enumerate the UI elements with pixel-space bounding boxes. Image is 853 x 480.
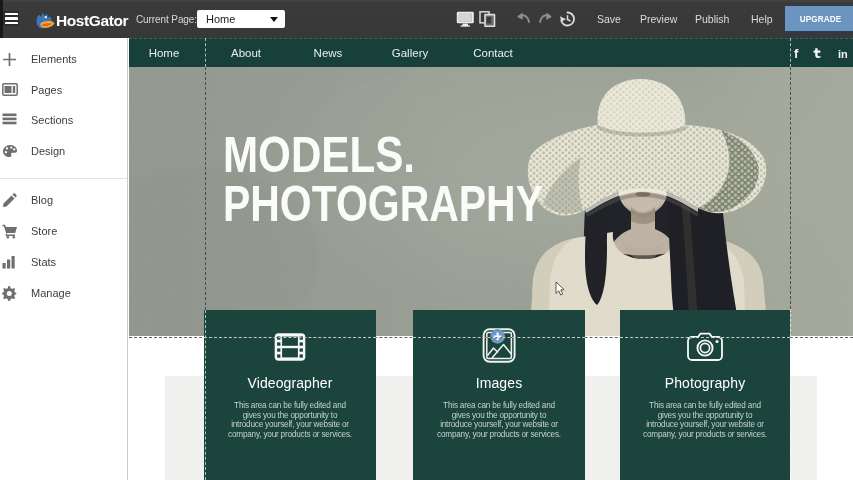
svg-text:f: f [794, 46, 799, 60]
svg-text:in: in [838, 48, 848, 60]
svg-text:PHOTOGRAPHY: PHOTOGRAPHY [223, 175, 543, 232]
